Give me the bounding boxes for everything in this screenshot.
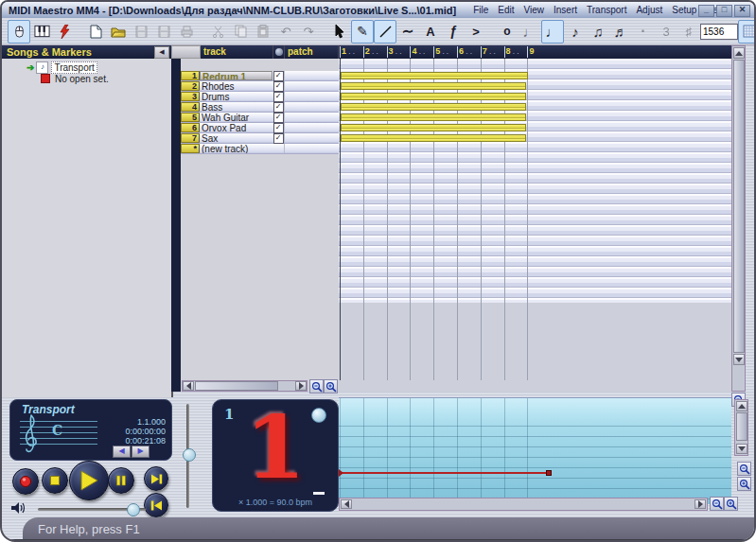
track-row[interactable]: 4Bass✓: [181, 102, 339, 113]
track-row[interactable]: *(new track): [181, 144, 339, 154]
tree-item-transport[interactable]: ➔♪Transport: [2, 61, 171, 73]
scroll-right-button[interactable]: [295, 381, 307, 391]
copy-icon[interactable]: [229, 20, 252, 44]
play-button[interactable]: [69, 461, 109, 500]
scrollbar-thumb[interactable]: [733, 60, 745, 353]
save-icon[interactable]: [130, 20, 152, 44]
track-mute-cell[interactable]: ✓: [273, 71, 284, 80]
tempo-slider-thumb[interactable]: [183, 448, 196, 462]
metronome-light[interactable]: [311, 408, 326, 423]
new-file-icon[interactable]: [84, 20, 107, 44]
track-clip-bar[interactable]: [341, 93, 526, 100]
cut-icon[interactable]: [206, 20, 229, 44]
open-file-icon[interactable]: [107, 20, 130, 44]
track-patch-cell[interactable]: [284, 144, 337, 153]
track-number-button[interactable]: 5: [181, 113, 200, 122]
track-clip-bar[interactable]: [341, 82, 526, 90]
track-name-cell[interactable]: (new track): [200, 144, 273, 153]
scroll-down-button[interactable]: [736, 444, 747, 454]
track-number-button[interactable]: 2: [181, 81, 200, 91]
ruler-measure-8[interactable]: 8 . .: [504, 46, 528, 58]
menu-item-setup[interactable]: Setup: [668, 4, 700, 16]
zoom-out-timeline-button[interactable]: [710, 497, 724, 511]
pencil-tool-icon[interactable]: ✎: [351, 20, 374, 44]
text-tool-icon[interactable]: A: [419, 20, 442, 44]
close-button[interactable]: ✕: [734, 5, 750, 17]
panic-lightning-icon[interactable]: [53, 20, 76, 44]
track-number-button[interactable]: 4: [181, 102, 200, 112]
track-mute-cell[interactable]: ✓: [273, 102, 284, 112]
menu-item-view[interactable]: View: [520, 4, 549, 16]
collapse-panel-button[interactable]: ◀: [154, 46, 169, 59]
stop-button[interactable]: [42, 467, 68, 494]
track-enabled-checkbox[interactable]: ✓: [273, 133, 284, 144]
volume-slider-thumb[interactable]: [127, 503, 140, 516]
save-all-icon[interactable]: [152, 20, 175, 44]
tempo-curve-line[interactable]: [339, 472, 549, 474]
track-row[interactable]: 5Wah Guitar✓: [181, 113, 339, 123]
scroll-right-button[interactable]: [694, 499, 706, 509]
prev-marker-button[interactable]: ◀: [113, 446, 131, 458]
zoom-out-controller-button[interactable]: [737, 462, 751, 476]
track-area-vscrollbar[interactable]: [731, 45, 746, 392]
print-icon[interactable]: [175, 20, 198, 44]
menu-item-transport[interactable]: Transport: [583, 4, 630, 16]
track-row[interactable]: 6Orvox Pad✓: [181, 123, 339, 133]
minimize-button[interactable]: _: [698, 5, 714, 17]
track-enabled-checkbox[interactable]: ✓: [273, 71, 284, 81]
quarter-note-icon[interactable]: ♩: [541, 20, 564, 44]
track-name-cell[interactable]: Wah Guitar: [200, 113, 273, 122]
skip-start-button[interactable]: [144, 493, 168, 517]
track-mute-cell[interactable]: [273, 144, 284, 153]
track-name-cell[interactable]: Rhodes: [200, 81, 273, 91]
dotted-note-icon[interactable]: ·: [632, 20, 655, 44]
accidental-icon[interactable]: ♯: [677, 20, 700, 44]
track-patch-cell[interactable]: [284, 81, 337, 91]
track-name-cell[interactable]: Drums: [200, 92, 273, 101]
mute-column-header[interactable]: [273, 45, 285, 59]
track-patch-cell[interactable]: [284, 102, 337, 112]
track-patch-cell[interactable]: [284, 71, 337, 80]
thirtysecond-note-icon[interactable]: ♬: [609, 20, 632, 44]
track-row[interactable]: 2Rhodes✓: [181, 81, 339, 92]
zoom-in-controller-button[interactable]: [737, 477, 751, 491]
track-patch-cell[interactable]: [284, 133, 337, 143]
ruler-measure-2[interactable]: 2 . .: [363, 46, 387, 58]
ruler-measure-3[interactable]: 3 . .: [387, 46, 411, 58]
menu-item-insert[interactable]: Insert: [550, 4, 581, 16]
track-mute-cell[interactable]: ✓: [273, 113, 284, 122]
minimize-tempo-panel-button[interactable]: [313, 492, 325, 495]
menu-item-adjust[interactable]: Adjust: [632, 4, 666, 16]
track-number-button[interactable]: 1: [181, 71, 200, 80]
track-row[interactable]: 1Redrum 1✓: [181, 71, 339, 81]
track-enabled-checkbox[interactable]: ✓: [273, 102, 284, 113]
skip-end-button[interactable]: [144, 466, 168, 491]
track-enabled-checkbox[interactable]: ✓: [273, 123, 284, 133]
grid-snap-icon[interactable]: [738, 20, 756, 44]
track-mute-cell[interactable]: ✓: [273, 133, 284, 143]
track-row[interactable]: 7Sax✓: [181, 133, 339, 144]
scroll-down-button[interactable]: [733, 354, 745, 365]
next-marker-button[interactable]: ▶: [132, 446, 149, 458]
track-clip-bar[interactable]: [341, 103, 526, 111]
track-number-button[interactable]: *: [181, 144, 200, 153]
track-name-cell[interactable]: Bass: [200, 102, 273, 112]
track-name-cell[interactable]: Orvox Pad: [200, 123, 273, 132]
triplet-icon[interactable]: 3: [655, 20, 677, 44]
timeline-hscrollbar[interactable]: [339, 498, 708, 511]
scrollbar-thumb[interactable]: [736, 412, 747, 441]
ruler-measure-5[interactable]: 5 . .: [433, 46, 457, 58]
menu-item-file[interactable]: File: [469, 4, 492, 16]
whole-note-icon[interactable]: o: [496, 20, 519, 44]
zoom-in-timeline-button[interactable]: [724, 497, 738, 511]
track-patch-cell[interactable]: [284, 123, 337, 132]
track-mute-cell[interactable]: ✓: [273, 123, 284, 132]
track-column-header[interactable]: track: [201, 45, 273, 59]
tempo-controller-pane[interactable]: [339, 397, 731, 504]
menu-item-edit[interactable]: Edit: [494, 4, 518, 16]
track-list-hscrollbar[interactable]: [182, 380, 308, 392]
zoom-out-button[interactable]: [309, 379, 324, 393]
eighth-note-icon[interactable]: ♪: [564, 20, 587, 44]
scroll-up-button[interactable]: [733, 47, 745, 59]
scroll-left-button[interactable]: [341, 499, 352, 509]
